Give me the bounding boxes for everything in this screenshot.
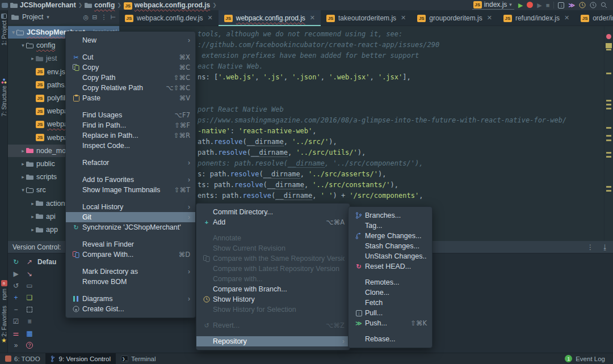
remove-icon[interactable]: −	[10, 304, 22, 315]
search-everywhere-icon[interactable]	[601, 2, 607, 9]
chevron-collapsed-icon[interactable]: ▸	[30, 214, 36, 219]
collapse-all-icon[interactable]: ↘	[24, 269, 35, 279]
group-by-icon[interactable]	[24, 304, 35, 315]
menu-item-create-gist[interactable]: Create Gist...	[66, 304, 195, 314]
rollback-icon[interactable]: ↺	[10, 281, 22, 291]
show-list-icon[interactable]: ≡	[24, 316, 35, 327]
statusbar-9-version-control[interactable]: 9: Version Control	[45, 353, 116, 364]
stripe-button-7-structure[interactable]: 7: Structure	[0, 78, 8, 116]
expand-all-icon[interactable]: ↗	[24, 257, 35, 267]
hide-window-icon[interactable]: ⭳	[602, 243, 608, 251]
menu-item-git[interactable]: Git›	[66, 212, 195, 222]
statusbar-terminal[interactable]: ❯_Terminal	[116, 353, 161, 364]
menu-item-remove-bom[interactable]: Remove BOM	[66, 277, 195, 287]
menu-item-find-in-path[interactable]: Find in Path...⇧⌘F	[66, 120, 195, 130]
menu-item-unstash-changes[interactable]: UnStash Changes...	[349, 251, 432, 261]
breadcrumb-item-webpack-config-prod-js[interactable]: JSwebpack.config.prod.js	[124, 1, 210, 10]
menu-item-stash-changes[interactable]: Stash Changes...	[349, 241, 432, 251]
menu-item-reveal-in-finder[interactable]: Reveal in Finder	[66, 239, 195, 249]
more-icon[interactable]: »	[10, 340, 22, 350]
chevron-expanded-icon[interactable]: ▾	[20, 187, 26, 193]
recent-history-icon[interactable]	[579, 2, 586, 9]
menu-item-copy-path[interactable]: Copy Path⇧⌘C	[66, 73, 195, 83]
run-play-icon[interactable]: ▶	[518, 2, 523, 9]
menu-item-diagrams[interactable]: Diagrams›	[66, 294, 195, 304]
menu-item-local-history[interactable]: Local History›	[66, 202, 195, 212]
editor-tab-order-index-js[interactable]: JSorder/index.js✕	[575, 10, 613, 26]
editor-tab-grouporderitem-js[interactable]: JSgrouporderitem.js✕	[412, 10, 498, 26]
menu-item-fetch[interactable]: Fetch	[349, 298, 432, 308]
menu-item-pull[interactable]: ↓Pull...	[349, 308, 432, 318]
menu-item-synchronize-jcshopmerchant[interactable]: ↻Synchronize 'JCShopMerchant'	[66, 222, 195, 232]
chevron-collapsed-icon[interactable]: ▸	[30, 227, 36, 232]
error-stripe[interactable]	[604, 26, 613, 241]
menu-item-commit-directory[interactable]: Commit Directory...	[196, 207, 350, 217]
stop-icon[interactable]: ■	[546, 2, 550, 9]
menu-item-show-image-thumbnails[interactable]: Show Image Thumbnails⇧⌘T	[66, 185, 195, 195]
statusbar-6-todo[interactable]: 6: TODO	[0, 353, 45, 364]
close-tab-icon[interactable]: ✕	[564, 14, 569, 22]
menu-item-branches[interactable]: Branches...	[349, 210, 432, 221]
menu-item-push[interactable]: ≫Push...⇧⌘K	[349, 318, 432, 328]
run-icon[interactable]: ▶	[10, 269, 22, 279]
stripe-button-1-project[interactable]: 1: Project	[0, 14, 8, 45]
copy-icon[interactable]: ❏	[24, 293, 35, 303]
menu-item-compare-with-the-same-repository-version[interactable]: Compare with the Same Repository Version	[196, 253, 350, 264]
menu-item-find-usages[interactable]: Find Usages⌥F7	[66, 110, 195, 120]
menu-item-remotes[interactable]: Remotes...	[349, 277, 432, 287]
breadcrumb-item-jcshopmerchant[interactable]: JCShopMerchant	[10, 1, 76, 9]
menu-item-show-history[interactable]: Show History	[196, 294, 350, 304]
locate-file-icon[interactable]: ◎	[83, 14, 89, 21]
run-config-select[interactable]: JS index.js ▾	[472, 1, 514, 10]
menu-item-mark-directory-as[interactable]: Mark Directory as›	[66, 266, 195, 277]
menu-item-refactor[interactable]: Refactor›	[66, 158, 195, 168]
local-history-icon[interactable]	[590, 2, 597, 9]
menu-item-tag[interactable]: Tag...	[349, 221, 432, 231]
menu-item-compare-with[interactable]: Compare with...	[196, 274, 350, 284]
menu-item-new[interactable]: New›	[66, 35, 195, 45]
settings-icon[interactable]: ⚌	[10, 328, 22, 338]
menu-item-rebase[interactable]: Rebase...	[349, 334, 432, 344]
add-icon[interactable]: +	[10, 293, 22, 303]
more-vertical-icon[interactable]: ⋮	[100, 14, 107, 21]
stripe-button-npm[interactable]: nnpm	[0, 277, 8, 300]
menu-item-show-current-revision[interactable]: Show Current Revision	[196, 243, 350, 253]
menu-item-show-history-for-selection[interactable]: Show History for Selection	[196, 304, 350, 315]
editor-tab-refund-index-js[interactable]: JSrefund/index.js✕	[498, 10, 575, 26]
menu-item-merge-changes[interactable]: Merge Changes...	[349, 231, 432, 241]
close-tab-icon[interactable]: ✕	[208, 14, 213, 22]
update-project-icon[interactable]: ↓	[558, 2, 564, 9]
hide-panel-icon[interactable]: ⊢	[110, 14, 116, 21]
help-icon[interactable]: ?	[24, 340, 35, 350]
breadcrumb-item-config[interactable]: config	[85, 1, 115, 9]
chevron-collapsed-icon[interactable]: ▸	[30, 201, 36, 206]
coverage-play-icon[interactable]: ▶	[537, 2, 541, 9]
menu-item-clone[interactable]: Clone...	[349, 287, 432, 298]
chevron-collapsed-icon[interactable]: ▸	[30, 56, 36, 61]
chevron-expanded-icon[interactable]: ▾	[10, 29, 16, 35]
menu-item-repository[interactable]: Repository›	[196, 336, 350, 346]
editor-tab-webpack-config-prod-js[interactable]: JSwebpack.config.prod.js✕	[219, 10, 321, 26]
push-commits-icon[interactable]: ≫	[568, 2, 575, 9]
close-tab-icon[interactable]: ✕	[487, 14, 492, 22]
menu-item-compare-with[interactable]: Compare With...⌘D	[66, 249, 195, 260]
menu-item-reset-head[interactable]: ↻Reset HEAD...	[349, 261, 432, 272]
menu-item-replace-in-path[interactable]: Replace in Path...⇧⌘R	[66, 130, 195, 141]
chevron-down-icon[interactable]: ▾	[47, 14, 49, 20]
chart-icon[interactable]: ▦	[24, 328, 35, 338]
menu-item-compare-with-latest-repository-version[interactable]: Compare with Latest Repository Version	[196, 264, 350, 274]
editor-tab-takeoutorderitem-js[interactable]: JStakeoutorderitem.js✕	[321, 10, 412, 26]
more-vertical-icon[interactable]: ⋮	[587, 243, 594, 251]
editor-tab-webpack-config-dev-js[interactable]: JSwebpack.config.dev.js✕	[119, 10, 219, 26]
menu-item-paste[interactable]: Paste⌘V	[66, 93, 195, 103]
close-tab-icon[interactable]: ✕	[310, 14, 315, 22]
menu-item-add[interactable]: +Add⌥⌘A	[196, 217, 350, 227]
menu-item-copy[interactable]: Copy⌘C	[66, 62, 195, 73]
chevron-collapsed-icon[interactable]: ▸	[20, 148, 26, 154]
commit-check-icon[interactable]: ☑	[10, 316, 22, 327]
statusbar-event-log[interactable]: 1Event Log	[565, 355, 613, 362]
menu-item-compare-with-branch[interactable]: Compare with Branch...	[196, 284, 350, 294]
preview-diff-icon[interactable]: ▭	[24, 281, 35, 291]
close-tab-icon[interactable]: ✕	[401, 14, 406, 22]
menu-item-revert[interactable]: ↺Revert...⌥⌘Z	[196, 320, 350, 331]
